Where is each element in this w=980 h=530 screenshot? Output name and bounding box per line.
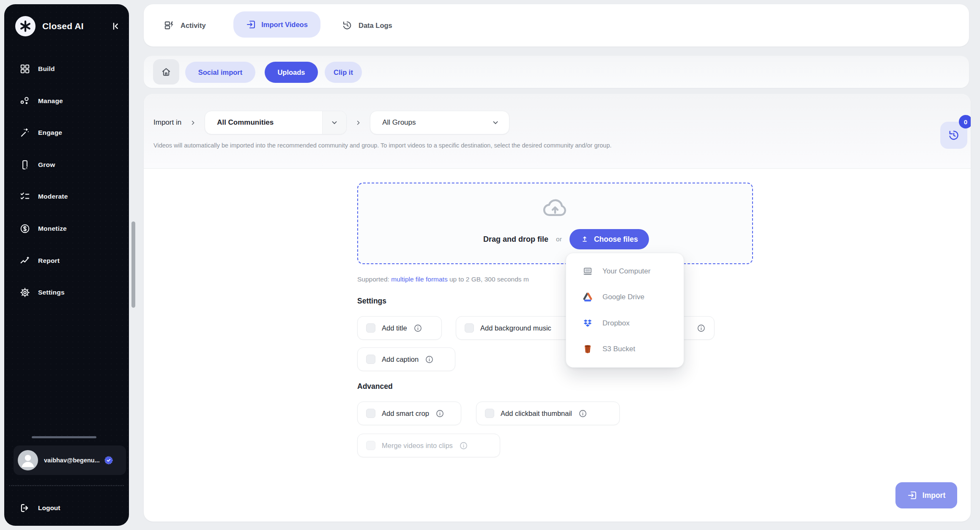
info-icon[interactable] — [578, 409, 587, 418]
group-select[interactable]: All Groups — [370, 111, 509, 134]
sidebar-item-label: Engage — [38, 129, 62, 137]
supported-prefix: Supported: — [357, 276, 389, 283]
chevron-down-icon — [322, 111, 346, 134]
subtab-label: Clip it — [334, 68, 353, 76]
cloud-upload-icon — [541, 196, 569, 218]
group-select-value: All Groups — [370, 118, 416, 127]
logout-button[interactable]: Logout — [19, 500, 60, 516]
chevron-right-icon — [190, 120, 196, 126]
dropbox-icon — [582, 318, 593, 329]
info-icon[interactable] — [697, 324, 706, 333]
logout-icon — [19, 503, 30, 514]
sidebar-item-label: Moderate — [38, 193, 68, 200]
menu-item-label: Dropbox — [602, 319, 630, 328]
sidebar-item-label: Monetize — [38, 225, 67, 232]
sidebar-item-report[interactable]: Report — [19, 252, 60, 269]
sidebar-item-manage[interactable]: Manage — [19, 93, 63, 109]
main-panel: Import in All Communities All Groups Vid… — [144, 94, 971, 522]
user-card[interactable]: vaibhav@begenu... — [14, 445, 126, 475]
home-button[interactable] — [153, 59, 179, 85]
sidebar-item-label: Report — [38, 257, 60, 265]
gear-icon — [19, 287, 30, 298]
option-label: Add background music — [480, 324, 551, 332]
import-in-label: Import in — [153, 118, 181, 127]
brand-name: Closed AI — [42, 21, 84, 31]
add-clickbait-thumbnail-checkbox[interactable] — [485, 409, 494, 418]
sidebar-item-label: Grow — [38, 161, 55, 169]
sidebar-item-moderate[interactable]: Moderate — [19, 188, 68, 205]
sidebar-item-monetize[interactable]: Monetize — [19, 220, 67, 237]
supported-suffix: up to 2 GB, 300 seconds m — [449, 276, 529, 283]
subtab-label: Uploads — [277, 68, 305, 76]
top-tab-bar: Activity Import Videos Data Logs — [144, 4, 969, 46]
option-add-title[interactable]: Add title — [357, 316, 442, 340]
option-label: Add smart crop — [382, 410, 429, 418]
add-background-music-checkbox[interactable] — [465, 323, 474, 333]
info-icon[interactable] — [435, 409, 444, 418]
choose-files-button[interactable]: Choose files — [569, 229, 649, 249]
tab-import-videos[interactable]: Import Videos — [233, 11, 320, 38]
subtab-clip-it[interactable]: Clip it — [325, 62, 362, 83]
sidebar-item-label: Settings — [38, 289, 65, 296]
merge-videos-checkbox — [366, 441, 375, 450]
breadcrumb: Import in All Communities All Groups — [153, 111, 509, 134]
menu-item-dropbox[interactable]: Dropbox — [566, 310, 684, 336]
destination-helper-text: Videos will automatically be imported in… — [153, 142, 612, 149]
drag-drop-label: Drag and drop file — [483, 235, 548, 244]
option-label: Add caption — [382, 355, 419, 363]
community-select[interactable]: All Communities — [205, 111, 347, 134]
advanced-section-title: Advanced — [357, 382, 393, 391]
community-select-value: All Communities — [205, 118, 274, 127]
tab-activity[interactable]: Activity — [164, 16, 206, 35]
subtab-social-import[interactable]: Social import — [185, 62, 255, 83]
add-caption-checkbox[interactable] — [366, 355, 375, 364]
closed-ai-logo-icon — [15, 16, 36, 36]
dollar-circle-icon — [19, 223, 30, 234]
history-icon — [947, 129, 960, 142]
subtab-label: Social import — [198, 68, 243, 76]
laptop-icon — [582, 266, 593, 277]
info-icon[interactable] — [425, 355, 434, 364]
import-icon — [246, 19, 256, 30]
page: Closed AI Build Manage Engage — [0, 0, 980, 530]
option-add-caption[interactable]: Add caption — [357, 347, 455, 371]
menu-item-your-computer[interactable]: Your Computer — [566, 258, 684, 284]
info-icon[interactable] — [459, 441, 468, 450]
history-count-badge: 0 — [959, 115, 971, 128]
upload-icon — [580, 235, 589, 243]
scrollbar-thumb[interactable] — [131, 221, 135, 308]
logout-label: Logout — [38, 504, 60, 512]
google-drive-icon — [582, 292, 593, 303]
settings-section-title: Settings — [357, 297, 386, 306]
add-smart-crop-checkbox[interactable] — [366, 409, 375, 418]
info-icon[interactable] — [413, 324, 422, 333]
tab-data-logs[interactable]: Data Logs — [342, 16, 392, 35]
menu-item-s3-bucket[interactable]: S3 Bucket — [566, 336, 684, 363]
subnav-bar: Social import Uploads Clip it — [144, 56, 969, 88]
sidebar-item-engage[interactable]: Engage — [19, 124, 62, 141]
chevron-right-icon — [355, 120, 361, 126]
choose-files-label: Choose files — [594, 235, 638, 244]
option-add-clickbait-thumbnail[interactable]: Add clickbait thumbnail — [476, 402, 620, 425]
supported-formats-link[interactable]: multiple file formats — [391, 276, 448, 283]
sidebar-item-label: Manage — [38, 97, 63, 105]
sidebar-item-settings[interactable]: Settings — [19, 284, 65, 301]
avatar — [18, 450, 38, 470]
menu-item-label: S3 Bucket — [602, 345, 635, 353]
sidebar-collapse-icon[interactable] — [109, 21, 120, 32]
subtab-uploads[interactable]: Uploads — [265, 62, 318, 83]
import-button[interactable]: Import — [895, 482, 957, 508]
option-add-smart-crop[interactable]: Add smart crop — [357, 402, 461, 425]
activity-icon — [164, 20, 175, 31]
file-dropzone[interactable]: Drag and drop file or Choose files — [357, 183, 753, 264]
bubbles-icon — [19, 96, 30, 107]
sidebar-item-label: Build — [38, 65, 55, 73]
option-merge-videos-into-clips: Merge videos into clips — [357, 434, 500, 457]
sidebar-drag-handle[interactable] — [32, 436, 96, 438]
menu-item-label: Google Drive — [602, 293, 644, 301]
menu-item-google-drive[interactable]: Google Drive — [566, 284, 684, 311]
s3-bucket-icon — [582, 344, 593, 355]
sidebar-item-grow[interactable]: Grow — [19, 156, 55, 173]
add-title-checkbox[interactable] — [366, 323, 375, 333]
sidebar-item-build[interactable]: Build — [19, 60, 55, 77]
